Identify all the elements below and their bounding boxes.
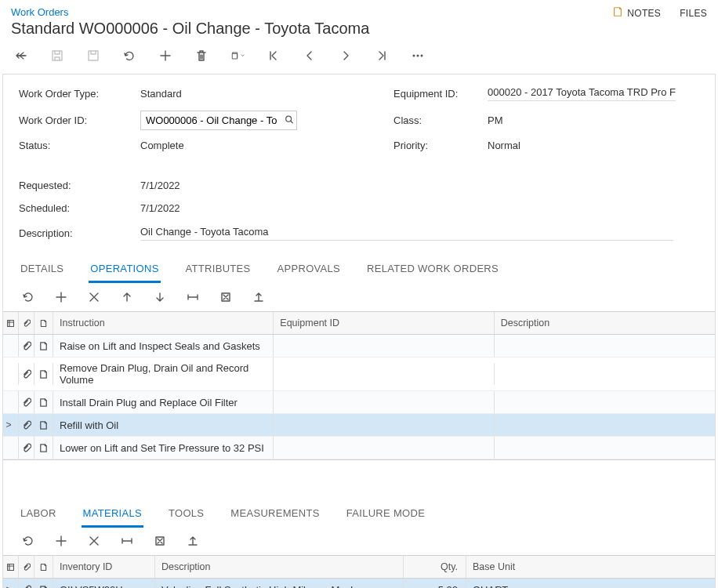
cell-matdesc[interactable]: Valvoline Full Synthetic High Mileage Ma…	[155, 579, 404, 588]
mat-col-baseunit-header[interactable]: Base Unit	[466, 556, 715, 578]
equipment-id-label: Equipment ID:	[393, 88, 488, 100]
cell-equipment[interactable]	[274, 335, 494, 357]
col-settings-icon[interactable]	[3, 312, 19, 334]
clip-icon[interactable]	[19, 414, 34, 436]
cell-description[interactable]	[495, 391, 715, 413]
cell-equipment[interactable]	[274, 414, 494, 436]
cell-instruction[interactable]: Install Drain Plug and Replace Oil Filte…	[53, 391, 274, 413]
ops-move-up-button[interactable]	[121, 291, 133, 303]
delete-button[interactable]	[194, 49, 209, 63]
wo-type-value: Standard	[140, 88, 313, 100]
mat-upload-button[interactable]	[187, 535, 199, 547]
row-chevron[interactable]	[3, 437, 19, 459]
doc-icon[interactable]	[34, 363, 53, 385]
clip-icon[interactable]	[19, 391, 34, 413]
cell-inventory[interactable]: OILVS5W20H	[53, 579, 155, 588]
cell-description[interactable]	[495, 414, 715, 436]
cell-equipment[interactable]	[274, 391, 494, 413]
mat-add-button[interactable]	[55, 535, 67, 547]
back-button[interactable]	[14, 49, 28, 63]
cell-instruction[interactable]: Refill with Oil	[53, 414, 274, 436]
svg-point-3	[413, 55, 415, 56]
mat-refresh-button[interactable]	[22, 535, 34, 547]
row-chevron[interactable]	[3, 391, 19, 413]
tab-details[interactable]: DETAILS	[19, 256, 65, 282]
ops-row[interactable]: Remove Drain Plug, Drain Oil and Record …	[3, 358, 715, 391]
notes-button[interactable]: NOTES	[612, 6, 661, 20]
ops-export-button[interactable]	[219, 291, 232, 303]
cell-description[interactable]	[495, 437, 715, 459]
ops-delete-button[interactable]	[88, 291, 100, 303]
mat-col-settings-icon[interactable]	[3, 556, 19, 578]
mat-col-doc-header	[34, 556, 53, 578]
ops-row[interactable]: >Refill with Oil	[3, 414, 715, 437]
tab-approvals[interactable]: APPROVALS	[276, 256, 343, 282]
row-chevron[interactable]	[3, 335, 19, 357]
tab-related[interactable]: RELATED WORK ORDERS	[365, 256, 500, 282]
row-chevron[interactable]	[3, 363, 19, 385]
tab-materials[interactable]: MATERIALS	[82, 501, 143, 528]
col-description-header[interactable]: Description	[495, 312, 715, 334]
doc-icon[interactable]	[34, 414, 53, 436]
ops-row[interactable]: Install Drain Plug and Replace Oil Filte…	[3, 391, 715, 414]
next-record-button[interactable]	[339, 49, 353, 63]
ops-add-button[interactable]	[55, 291, 67, 303]
cell-equipment[interactable]	[274, 363, 494, 385]
first-record-button[interactable]	[267, 49, 281, 63]
wo-id-input[interactable]	[140, 111, 297, 130]
last-record-button[interactable]	[375, 49, 389, 63]
tab-labor[interactable]: LABOR	[19, 501, 58, 527]
ops-row[interactable]: Raise on Lift and Inspect Seals and Gask…	[3, 335, 715, 358]
mat-col-inventory-header[interactable]: Inventory ID	[53, 556, 155, 578]
prev-record-button[interactable]	[303, 49, 317, 63]
description-value[interactable]: Oil Change - Toyota Tacoma	[140, 225, 673, 241]
ops-move-down-button[interactable]	[154, 291, 166, 303]
mat-col-qty-header[interactable]: Qty.	[404, 556, 466, 578]
files-button[interactable]: FILES	[680, 8, 707, 19]
doc-icon[interactable]	[34, 437, 53, 459]
mat-delete-button[interactable]	[88, 535, 100, 547]
tab-failure-mode[interactable]: FAILURE MODE	[345, 501, 426, 527]
doc-icon[interactable]	[34, 391, 53, 413]
mat-row[interactable]: >OILVS5W20HValvoline Full Synthetic High…	[3, 579, 715, 588]
ops-upload-button[interactable]	[252, 291, 265, 303]
cell-instruction[interactable]: Lower on Lift and Set Tire Pressure to 3…	[53, 437, 274, 459]
ops-fit-button[interactable]	[187, 291, 199, 303]
wo-id-label: Work Order ID:	[19, 114, 140, 126]
clip-icon[interactable]	[19, 335, 34, 357]
mat-export-button[interactable]	[154, 535, 166, 547]
equipment-id-value[interactable]: 000020 - 2017 Toyota Tacoma TRD Pro F	[488, 85, 676, 101]
tab-attributes[interactable]: ATTRIBUTES	[184, 256, 252, 282]
wo-id-input-wrap	[140, 111, 297, 130]
mat-fit-button[interactable]	[121, 535, 133, 547]
tab-operations[interactable]: OPERATIONS	[89, 256, 160, 283]
mat-col-description-header[interactable]: Description	[155, 556, 404, 578]
add-button[interactable]	[158, 49, 172, 63]
col-instruction-header[interactable]: Instruction	[53, 312, 274, 334]
cell-equipment[interactable]	[274, 437, 494, 459]
row-chevron[interactable]: >	[3, 579, 19, 588]
tab-measurements[interactable]: MEASUREMENTS	[229, 501, 321, 527]
clip-icon[interactable]	[19, 363, 34, 385]
cell-description[interactable]	[495, 335, 715, 357]
ops-refresh-button[interactable]	[22, 291, 34, 303]
row-chevron[interactable]: >	[3, 414, 19, 436]
cell-baseunit[interactable]: QUART	[466, 579, 715, 588]
doc-icon[interactable]	[34, 335, 53, 357]
cell-instruction[interactable]: Remove Drain Plug, Drain Oil and Record …	[53, 358, 274, 390]
cell-description[interactable]	[495, 363, 715, 385]
breadcrumb[interactable]: Work Orders	[11, 6, 369, 18]
page-title: Standard WO000006 - Oil Change - Toyota …	[11, 20, 369, 38]
cell-instruction[interactable]: Raise on Lift and Inspect Seals and Gask…	[53, 335, 274, 357]
doc-icon[interactable]	[34, 579, 53, 588]
cell-qty[interactable]: 5.00	[404, 579, 466, 588]
clip-icon[interactable]	[19, 579, 34, 588]
col-equipment-header[interactable]: Equipment ID	[274, 312, 494, 334]
ops-row[interactable]: Lower on Lift and Set Tire Pressure to 3…	[3, 437, 715, 459]
tab-tools[interactable]: TOOLS	[167, 501, 205, 527]
undo-button[interactable]	[122, 49, 136, 63]
copy-button[interactable]	[230, 49, 245, 63]
more-button[interactable]	[411, 49, 425, 63]
lookup-icon[interactable]	[285, 114, 294, 126]
clip-icon[interactable]	[19, 437, 34, 459]
